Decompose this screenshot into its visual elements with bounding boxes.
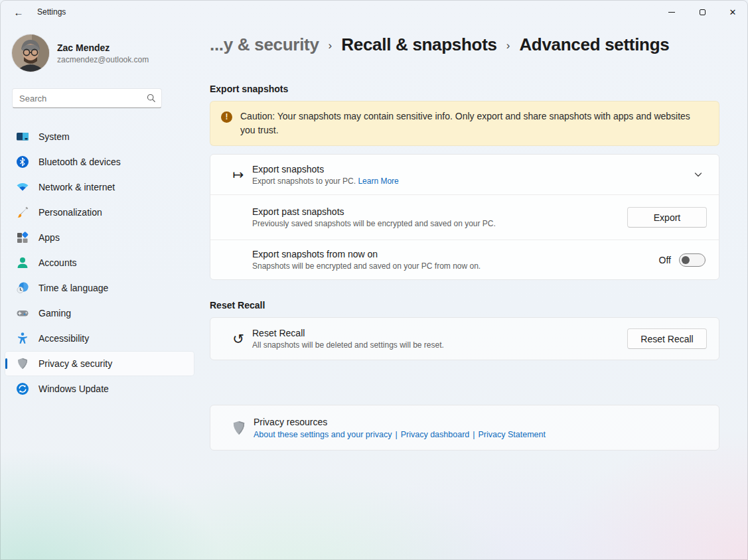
app-title: Settings <box>37 7 66 17</box>
toggle-wrap: Off <box>659 253 707 267</box>
export-card-stack: ↦ Export snapshots Export snapshots to y… <box>210 154 719 280</box>
privacy-links: About these settings and your privacy|Pr… <box>254 430 707 439</box>
export-from-now-on-row: Export snapshots from now on Snapshots w… <box>210 240 719 279</box>
gaming-icon <box>16 307 29 320</box>
chevron-down-icon[interactable] <box>694 170 706 179</box>
apps-icon <box>16 231 29 244</box>
privacy-resources-card: Privacy resources About these settings a… <box>210 405 719 451</box>
sidebar-item-time-language[interactable]: Time & language <box>5 276 194 300</box>
reset-recall-card: ↺ Reset Recall All snapshots will be del… <box>210 317 719 360</box>
sidebar-item-label: Accessibility <box>38 333 89 344</box>
export-past-snapshots-row: Export past snapshots Previously saved s… <box>210 194 719 240</box>
breadcrumb: ...y & security › Recall & snapshots › A… <box>210 35 669 55</box>
sidebar-item-label: Personalization <box>38 207 102 218</box>
maximize-icon <box>700 9 706 15</box>
search-input[interactable] <box>19 94 147 104</box>
sidebar-item-label: System <box>38 131 70 142</box>
sidebar-item-system[interactable]: System <box>5 125 194 149</box>
sidebar-item-label: Time & language <box>38 283 108 293</box>
titlebar: ← Settings ✕ <box>0 0 748 24</box>
sidebar-item-apps[interactable]: Apps <box>5 226 194 249</box>
expander-title: Export snapshots <box>252 164 686 175</box>
sidebar-item-accessibility[interactable]: Accessibility <box>5 326 194 350</box>
breadcrumb-privacy-security[interactable]: ...y & security <box>210 35 319 55</box>
main-content: ...y & security › Recall & snapshots › A… <box>210 24 719 560</box>
bluetooth-icon <box>16 155 29 169</box>
windows-update-icon <box>16 382 29 395</box>
breadcrumb-advanced-settings: Advanced settings <box>519 35 669 55</box>
learn-more-link[interactable]: Learn More <box>358 176 398 186</box>
row-texts: Reset Recall All snapshots will be delet… <box>252 328 620 350</box>
close-button[interactable]: ✕ <box>717 0 748 24</box>
reset-section-header: Reset Recall <box>210 300 265 311</box>
row-texts: Privacy resources About these settings a… <box>254 417 707 439</box>
breadcrumb-recall-snapshots[interactable]: Recall & snapshots <box>341 35 496 55</box>
row-texts: Export past snapshots Previously saved s… <box>252 206 627 228</box>
minimize-icon <box>668 12 675 13</box>
maximize-button[interactable] <box>687 0 717 24</box>
sidebar-item-bluetooth[interactable]: Bluetooth & devices <box>5 150 194 174</box>
back-button[interactable]: ← <box>8 4 29 20</box>
expander-subtitle: Export snapshots to your PC. Learn More <box>252 176 686 186</box>
network-icon <box>16 180 29 194</box>
caution-text: Caution: Your snapshots may contain sens… <box>240 109 692 137</box>
sidebar-item-accounts[interactable]: Accounts <box>5 251 194 275</box>
reset-recall-button[interactable]: Reset Recall <box>627 328 707 349</box>
accessibility-icon <box>16 332 29 345</box>
sidebar-item-label: Privacy & security <box>38 358 112 369</box>
row-subtitle: Snapshots will be encrypted and saved on… <box>252 261 659 271</box>
time-language-icon <box>16 281 29 295</box>
sidebar: Zac Mendez zacmendez@outlook.com System <box>0 24 199 560</box>
sidebar-item-personalization[interactable]: Personalization <box>5 200 194 224</box>
search-box[interactable] <box>12 88 162 108</box>
reset-icon: ↺ <box>232 331 245 347</box>
chevron-right-icon: › <box>506 37 510 52</box>
avatar <box>12 35 49 72</box>
privacy-statement-link[interactable]: Privacy Statement <box>479 430 546 439</box>
sidebar-item-network[interactable]: Network & internet <box>5 175 194 199</box>
sidebar-item-label: Gaming <box>38 308 71 318</box>
search-icon <box>147 94 156 103</box>
system-icon <box>16 130 29 143</box>
reset-subtitle: All snapshots will be deleted and settin… <box>252 340 620 350</box>
row-title: Export past snapshots <box>252 206 627 217</box>
back-arrow-icon: ← <box>14 7 24 18</box>
toggle-knob <box>682 256 690 264</box>
row-title: Export snapshots from now on <box>252 249 659 259</box>
sidebar-item-gaming[interactable]: Gaming <box>5 301 194 325</box>
link-separator: | <box>392 430 400 439</box>
sidebar-item-label: Bluetooth & devices <box>38 157 121 167</box>
sidebar-item-label: Windows Update <box>38 384 109 394</box>
sidebar-item-label: Accounts <box>38 257 77 268</box>
privacy-resources-title: Privacy resources <box>254 417 707 427</box>
row-texts: Export snapshots from now on Snapshots w… <box>252 249 659 271</box>
accounts-icon <box>16 256 29 269</box>
link-separator: | <box>469 430 478 439</box>
export-toggle[interactable] <box>679 253 706 267</box>
user-texts: Zac Mendez zacmendez@outlook.com <box>57 42 149 64</box>
export-icon: ↦ <box>232 167 245 182</box>
privacy-dashboard-link[interactable]: Privacy dashboard <box>401 430 470 439</box>
user-account[interactable]: Zac Mendez zacmendez@outlook.com <box>12 35 149 72</box>
expander-texts: Export snapshots Export snapshots to you… <box>252 164 686 186</box>
minimize-button[interactable] <box>656 0 687 24</box>
export-button[interactable]: Export <box>627 207 707 228</box>
caution-icon: ! <box>221 111 232 123</box>
close-icon: ✕ <box>729 8 737 17</box>
chevron-right-icon: › <box>329 37 333 52</box>
settings-window: ← Settings ✕ <box>0 0 748 560</box>
sidebar-item-windows-update[interactable]: Windows Update <box>5 377 194 401</box>
toggle-state-label: Off <box>659 255 671 265</box>
shield-icon <box>232 420 246 436</box>
export-section-header: Export snapshots <box>210 84 288 94</box>
personalization-icon <box>16 206 29 219</box>
caution-banner: ! Caution: Your snapshots may contain se… <box>210 101 719 146</box>
sidebar-item-privacy-security[interactable]: Privacy & security <box>5 352 194 376</box>
export-snapshots-expander[interactable]: ↦ Export snapshots Export snapshots to y… <box>210 155 719 194</box>
about-settings-privacy-link[interactable]: About these settings and your privacy <box>254 430 392 439</box>
privacy-security-icon <box>16 357 29 370</box>
row-subtitle: Previously saved snapshots will be encry… <box>252 219 627 228</box>
sidebar-item-label: Network & internet <box>38 182 115 192</box>
sidebar-item-label: Apps <box>38 232 60 243</box>
window-controls: ✕ <box>656 0 748 24</box>
